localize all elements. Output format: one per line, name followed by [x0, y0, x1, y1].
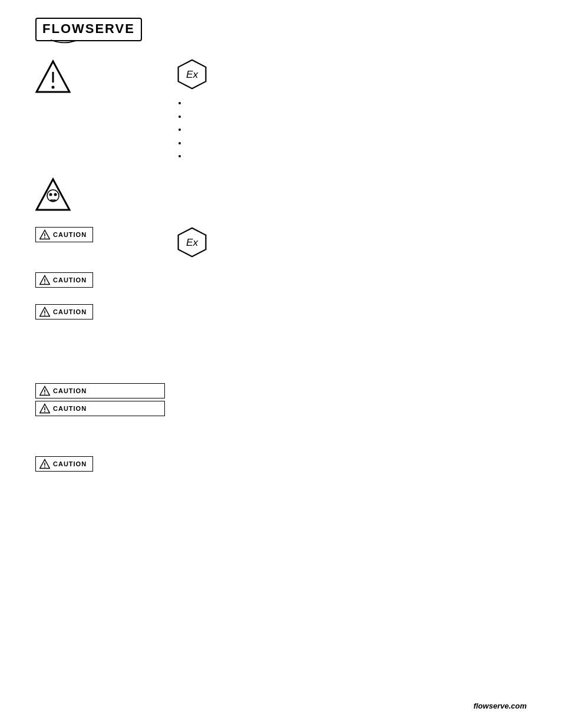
page: FLOWSERVE Ex: [0, 0, 562, 728]
row-1: Ex: [35, 59, 527, 164]
svg-point-15: [44, 237, 45, 238]
bullet-list-1: [177, 97, 527, 162]
row-1-right: Ex: [177, 59, 527, 164]
logo-container: FLOWSERVE: [35, 18, 142, 41]
bullet-item: [187, 97, 527, 109]
caution-triangle-4-icon: [39, 386, 50, 396]
spacer-2: [35, 433, 527, 456]
row-2-left: [35, 177, 177, 214]
svg-marker-5: [37, 179, 70, 210]
row-7: CAUTION: [35, 456, 527, 475]
row-6-left: CAUTION CAUTION: [35, 383, 177, 420]
svg-point-8: [54, 193, 57, 196]
svg-point-20: [44, 282, 45, 284]
row-6: CAUTION CAUTION: [35, 383, 527, 420]
row-4-left: CAUTION: [35, 272, 177, 291]
svg-point-32: [44, 466, 45, 467]
caution-badge-1: CAUTION: [35, 227, 93, 242]
caution-label-5: CAUTION: [53, 405, 87, 412]
row-7-left: CAUTION: [35, 456, 177, 475]
row-5: CAUTION: [35, 304, 527, 323]
spacer-1: [35, 336, 527, 383]
skull-warning-icon: [35, 177, 71, 212]
svg-point-23: [44, 314, 45, 315]
logo-area: FLOWSERVE: [35, 18, 527, 41]
main-content: Ex: [35, 53, 527, 475]
warning-triangle-icon: [35, 59, 71, 94]
ex-symbol-icon: Ex: [177, 59, 207, 90]
bullet-item: [187, 150, 527, 162]
caution-badge-2: CAUTION: [35, 272, 93, 288]
row-4: CAUTION: [35, 272, 527, 291]
row-3-left: CAUTION: [35, 227, 177, 246]
row-3-right: Ex: [177, 227, 527, 259]
footer-url: flowserve.com: [474, 701, 527, 710]
caution-badge-5: CAUTION: [35, 401, 165, 416]
caution-badge-3: CAUTION: [35, 304, 93, 319]
caution-triangle-icon: [39, 229, 50, 240]
svg-point-7: [49, 193, 52, 196]
caution-label-1: CAUTION: [53, 231, 87, 238]
bullet-item: [187, 124, 527, 136]
caution-badge-4: CAUTION: [35, 383, 165, 398]
bullet-item: [187, 137, 527, 149]
svg-point-29: [44, 411, 45, 412]
caution-label-4: CAUTION: [53, 387, 87, 394]
svg-point-2: [52, 86, 55, 89]
svg-text:Ex: Ex: [186, 68, 199, 80]
caution-triangle-6-icon: [39, 459, 50, 469]
svg-point-26: [44, 393, 45, 394]
svg-text:Ex: Ex: [186, 236, 199, 248]
footer: flowserve.com: [474, 701, 527, 710]
caution-badge-6: CAUTION: [35, 456, 93, 472]
caution-label-3: CAUTION: [53, 308, 87, 315]
bullet-item: [187, 111, 527, 123]
caution-triangle-3-icon: [39, 307, 50, 317]
caution-triangle-2-icon: [39, 275, 50, 285]
logo-text: FLOWSERVE: [42, 21, 135, 36]
ex-symbol-2-icon: Ex: [177, 227, 207, 258]
row-3: CAUTION Ex: [35, 227, 527, 259]
row-2: [35, 177, 527, 214]
stacked-cautions: CAUTION CAUTION: [35, 383, 165, 420]
row-5-left: CAUTION: [35, 304, 177, 323]
caution-triangle-5-icon: [39, 403, 50, 414]
row-1-left: [35, 59, 177, 96]
logo-swoosh-icon: [48, 39, 78, 45]
caution-label-6: CAUTION: [53, 460, 87, 467]
caution-label-2: CAUTION: [53, 276, 87, 284]
